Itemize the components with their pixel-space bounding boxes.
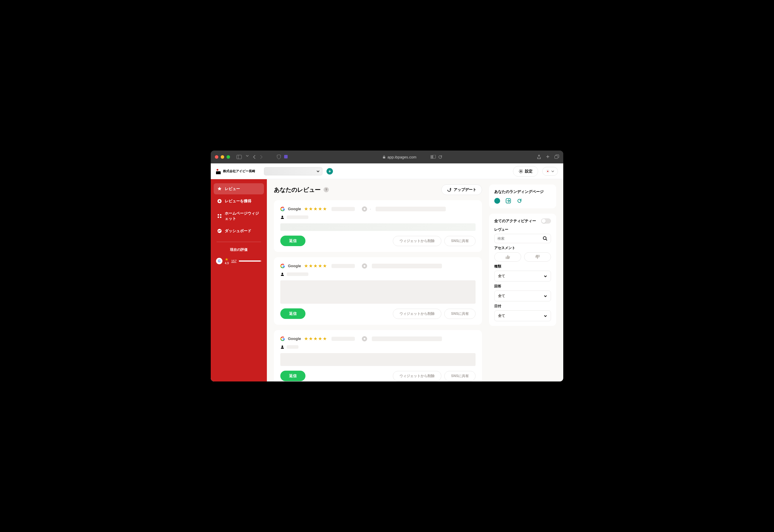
location-placeholder [376, 207, 446, 211]
forward-icon [260, 155, 263, 159]
svg-point-16 [281, 346, 283, 347]
remove-from-widget-button[interactable]: ウィジェットから削除 [393, 371, 441, 381]
location-placeholder [372, 336, 442, 341]
divider [217, 242, 261, 242]
review-body-placeholder [280, 280, 476, 304]
answer-select[interactable]: 全て [494, 291, 551, 301]
chevron-down-icon [316, 170, 320, 172]
location-placeholder [372, 264, 442, 268]
reply-button[interactable]: 返信 [280, 236, 305, 246]
back-icon[interactable] [253, 155, 256, 159]
search-input[interactable] [497, 236, 543, 241]
reply-button[interactable]: 返信 [280, 371, 305, 381]
rating-section-title: 現在の評価 [214, 247, 264, 252]
sidebar-item-label: ダッシュボード [225, 228, 251, 234]
sidebar-item-dashboard[interactable]: ダッシュボード [214, 225, 264, 236]
refresh-icon[interactable] [438, 155, 442, 159]
location-select[interactable] [264, 167, 322, 175]
google-badge-icon: G [216, 258, 222, 264]
author-placeholder [287, 215, 308, 219]
date-select[interactable]: 全て [494, 310, 551, 321]
location-pin-icon [362, 336, 367, 341]
review-body-placeholder [280, 223, 476, 231]
share-icon[interactable] [537, 155, 541, 159]
new-tab-icon[interactable] [546, 155, 550, 159]
logo-mark-icon [216, 168, 221, 174]
window-minimize-icon[interactable] [221, 155, 224, 159]
thumbs-up-button[interactable] [494, 252, 521, 262]
chart-icon [217, 229, 222, 233]
svg-rect-0 [237, 155, 242, 159]
help-icon[interactable]: ? [324, 187, 329, 192]
review-source: Google [288, 264, 301, 268]
refresh-link-icon[interactable] [516, 198, 522, 204]
rating-score: ★ 4.9 [225, 257, 229, 265]
search-input-wrapper[interactable] [494, 234, 551, 243]
settings-button[interactable]: 設定 [513, 166, 538, 177]
sidebar-item-get-reviews[interactable]: レビューを獲得 [214, 196, 264, 207]
thumbs-down-button[interactable] [524, 252, 551, 262]
review-card: Google ★★★★★ [274, 330, 482, 381]
activity-toggle[interactable] [541, 218, 551, 224]
window-close-icon[interactable] [215, 155, 218, 159]
svg-rect-2 [284, 155, 288, 158]
star-icon [217, 186, 222, 191]
sidebar: レビュー レビューを獲得 ホームページウィジェット ダッシュボード 現在の評価 [211, 179, 267, 381]
reviewer-name-placeholder [331, 337, 355, 341]
reply-button[interactable]: 返信 [280, 308, 305, 319]
location-pin-icon [362, 206, 367, 212]
language-select[interactable] [542, 167, 558, 176]
edit-link-icon[interactable] [505, 198, 511, 204]
extension-icon[interactable] [284, 155, 288, 159]
type-select[interactable]: 全て [494, 271, 551, 281]
answer-filter-label: 回答 [494, 284, 551, 289]
sidebar-item-label: ホームページウィジェット [225, 211, 260, 221]
rating-summary[interactable]: G ★ 4.9 157 [214, 257, 264, 265]
person-icon [280, 345, 284, 349]
sidebar-toggle-icon[interactable] [236, 155, 242, 159]
company-logo[interactable]: 株式会社アイビー長崎 [216, 168, 260, 174]
thumbs-up-icon [505, 255, 510, 259]
browser-window: app.ibpages.com 株式会社アイビー長崎 + [211, 151, 563, 381]
star-rating: ★★★★★ [304, 336, 327, 341]
reviewer-name-placeholder [331, 264, 355, 268]
gear-icon [519, 169, 523, 174]
share-sns-button[interactable]: SNSに共有 [444, 371, 476, 381]
chevron-down-icon[interactable] [246, 155, 249, 157]
review-body-placeholder [280, 353, 476, 366]
svg-point-14 [281, 216, 283, 217]
svg-point-7 [520, 170, 521, 172]
remove-from-widget-button[interactable]: ウィジェットから削除 [393, 309, 441, 319]
address-bar[interactable]: app.ibpages.com [383, 155, 416, 159]
share-sns-button[interactable]: SNSに共有 [444, 236, 476, 246]
chevron-down-icon [544, 315, 547, 317]
reviewer-name-placeholder [331, 207, 355, 211]
window-maximize-icon[interactable] [227, 155, 230, 159]
chevron-down-icon [544, 295, 547, 297]
svg-point-10 [220, 214, 222, 216]
review-source: Google [288, 336, 301, 341]
chevron-down-icon [551, 170, 554, 172]
add-location-button[interactable]: + [326, 168, 333, 175]
share-sns-button[interactable]: SNSに共有 [444, 309, 476, 319]
date-filter-label: 日付 [494, 304, 551, 309]
chat-bubble-icon[interactable] [494, 198, 500, 204]
remove-from-widget-button[interactable]: ウィジェットから削除 [393, 236, 441, 246]
search-icon [543, 236, 548, 241]
filters-panel: 全てのアクティビティー レヴュー アセスメント [489, 214, 556, 326]
svg-rect-3 [383, 157, 385, 158]
sidebar-item-label: レビューを獲得 [225, 198, 251, 204]
sidebar-item-reviews[interactable]: レビュー [214, 183, 264, 194]
company-name: 株式会社アイビー長崎 [223, 169, 255, 173]
update-button[interactable]: アップデート [441, 184, 482, 195]
tabs-icon[interactable] [554, 155, 559, 159]
assessment-label: アセスメント [494, 246, 551, 251]
sidebar-item-widget[interactable]: ホームページウィジェット [214, 208, 264, 224]
svg-point-12 [220, 217, 222, 218]
app-topbar: 株式会社アイビー長崎 + 設定 [211, 163, 563, 179]
svg-point-11 [218, 217, 219, 218]
shield-icon[interactable] [277, 155, 281, 159]
type-filter-label: 種類 [494, 264, 551, 269]
translate-icon[interactable] [431, 155, 436, 159]
svg-point-18 [543, 237, 546, 240]
